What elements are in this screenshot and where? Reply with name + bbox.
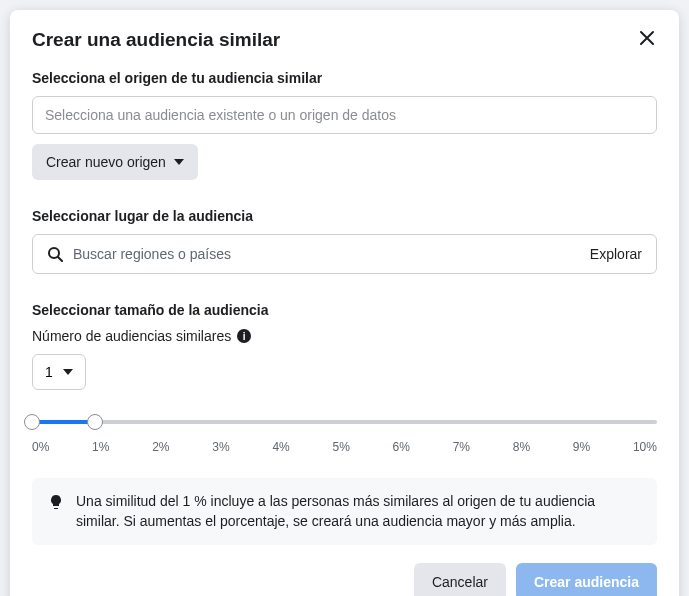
tick: 3%: [212, 440, 229, 454]
tick: 4%: [272, 440, 289, 454]
close-icon: [637, 28, 657, 48]
browse-button[interactable]: Explorar: [590, 246, 642, 262]
slider-ticks: 0% 1% 2% 3% 4% 5% 6% 7% 8% 9% 10%: [32, 440, 657, 454]
tick: 10%: [633, 440, 657, 454]
source-input[interactable]: [32, 96, 657, 134]
source-section: Selecciona el origen de tu audiencia sim…: [32, 70, 657, 180]
close-button[interactable]: [637, 28, 657, 52]
lightbulb-icon: [48, 494, 64, 510]
slider-fill: [32, 420, 95, 424]
location-input[interactable]: [73, 246, 580, 262]
location-label: Seleccionar lugar de la audiencia: [32, 208, 657, 224]
create-button[interactable]: Crear audiencia: [516, 563, 657, 596]
tick: 7%: [453, 440, 470, 454]
location-search[interactable]: Explorar: [32, 234, 657, 274]
create-source-label: Crear nuevo origen: [46, 154, 166, 170]
size-slider[interactable]: [32, 412, 657, 432]
source-label: Selecciona el origen de tu audiencia sim…: [32, 70, 657, 86]
modal-footer: Cancelar Crear audiencia: [32, 563, 657, 596]
tick: 1%: [92, 440, 109, 454]
tick: 6%: [393, 440, 410, 454]
count-label: Número de audiencias similares: [32, 328, 231, 344]
info-icon[interactable]: i: [237, 329, 251, 343]
create-source-button[interactable]: Crear nuevo origen: [32, 144, 198, 180]
size-section: Seleccionar tamaño de la audiencia Númer…: [32, 302, 657, 545]
slider-thumb-end[interactable]: [87, 414, 103, 430]
slider-thumb-start[interactable]: [24, 414, 40, 430]
caret-down-icon: [174, 159, 184, 165]
cancel-button[interactable]: Cancelar: [414, 563, 506, 596]
location-section: Seleccionar lugar de la audiencia Explor…: [32, 208, 657, 274]
tip-box: Una similitud del 1 % incluye a las pers…: [32, 478, 657, 545]
tick: 9%: [573, 440, 590, 454]
slider-track: [32, 420, 657, 424]
tip-text: Una similitud del 1 % incluye a las pers…: [76, 492, 641, 531]
caret-down-icon: [63, 369, 73, 375]
search-icon: [47, 246, 63, 262]
count-select[interactable]: 1: [32, 354, 86, 390]
modal-title: Crear una audiencia similar: [32, 29, 280, 51]
tick: 8%: [513, 440, 530, 454]
tick: 2%: [152, 440, 169, 454]
size-label: Seleccionar tamaño de la audiencia: [32, 302, 657, 318]
count-value: 1: [45, 364, 53, 380]
tick: 0%: [32, 440, 49, 454]
lookalike-modal: Crear una audiencia similar Selecciona e…: [10, 10, 679, 596]
tick: 5%: [332, 440, 349, 454]
